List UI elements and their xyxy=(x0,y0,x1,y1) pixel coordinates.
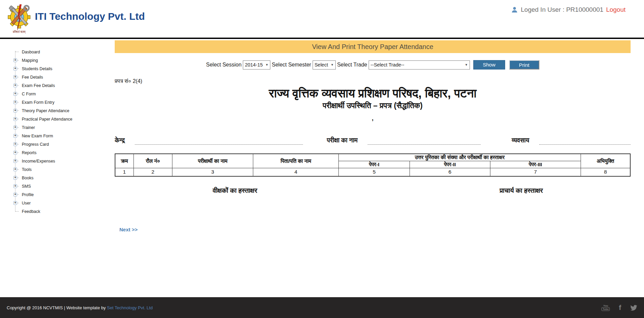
trade-select[interactable]: --Select Trade-- ▼ xyxy=(369,60,470,70)
print-button[interactable]: Print xyxy=(509,60,539,70)
table-cell: 1 xyxy=(115,168,133,176)
sidebar-item-label[interactable]: Mapping xyxy=(22,58,38,63)
expand-plus-icon[interactable]: + xyxy=(13,84,17,87)
sidebar-item-label[interactable]: Income/Expenses xyxy=(22,159,55,164)
table-cell: 8 xyxy=(581,168,630,176)
expand-plus-icon[interactable]: + xyxy=(13,134,17,138)
semester-select[interactable]: Select ▼ xyxy=(313,60,336,70)
table-cell: 3 xyxy=(172,168,253,176)
signatures-row: वीक्षकों का हस्ताक्षर प्राचार्य का हस्ता… xyxy=(115,187,631,194)
session-select[interactable]: 2014-15 ▼ xyxy=(243,60,270,70)
sidebar-item-user[interactable]: +User xyxy=(13,199,115,207)
sidebar-item-label[interactable]: Reports xyxy=(22,150,37,155)
expand-plus-icon[interactable]: + xyxy=(13,58,17,62)
col-header-paper2: पेपर-II xyxy=(410,161,490,168)
form-comma: , xyxy=(115,115,631,122)
sidebar-item-fee-details[interactable]: +Fee Details xyxy=(13,73,115,81)
sidebar-item-new-exam-form[interactable]: +New Exam Form xyxy=(13,132,115,140)
chevron-down-icon: ▼ xyxy=(465,63,468,66)
sidebar-item-income-expenses[interactable]: +Income/Expenses xyxy=(13,157,115,165)
show-button[interactable]: Show xyxy=(473,60,505,70)
user-icon xyxy=(511,6,518,13)
filters-bar: Select Session 2014-15 ▼ Select Semester… xyxy=(115,60,631,70)
sidebar-item-label[interactable]: Trainer xyxy=(22,125,35,130)
sidebar-item-label[interactable]: Progress Card xyxy=(22,142,49,147)
sidebar-item-label[interactable]: Books xyxy=(22,176,34,180)
brand-title: ITI Technology Pvt. Ltd xyxy=(35,11,145,22)
sidebar-item-exam-form-entry[interactable]: +Exam Form Entry xyxy=(13,98,115,106)
sidebar-item-c-form[interactable]: +C Form xyxy=(13,90,115,98)
col-header-roll: रौल नं० xyxy=(133,154,172,168)
sidebar-item-profile[interactable]: +Profile xyxy=(13,190,115,199)
trade-field-label: व्यवसाय xyxy=(512,137,529,145)
sidebar-item-label[interactable]: Practical Paper Attendance xyxy=(22,117,72,122)
sidebar-item-label[interactable]: C Form xyxy=(22,92,36,96)
semester-select-value: Select xyxy=(315,62,328,67)
sidebar-item-label[interactable]: Profile xyxy=(22,192,34,197)
logout-link[interactable]: Logout xyxy=(606,6,626,13)
table-cell: 6 xyxy=(410,168,490,176)
copyright-text: Copyright @ 2016 NCVTMIS | Website templ… xyxy=(7,305,601,310)
sidebar-item-label[interactable]: Students Details xyxy=(22,66,52,71)
expand-plus-icon[interactable]: + xyxy=(13,100,17,104)
sidebar-item-label[interactable]: Feedback xyxy=(22,209,40,214)
sidebar-item-label[interactable]: User xyxy=(22,201,31,206)
sidebar-item-mapping[interactable]: +Mapping xyxy=(13,56,115,64)
semester-label: Select Semester xyxy=(272,62,311,68)
col-header-remark: अभियुक्ति xyxy=(581,154,630,168)
sidebar-item-dasboard[interactable]: Dasboard xyxy=(13,48,115,56)
youtube-icon[interactable]: YouTube xyxy=(601,305,610,311)
expand-plus-icon[interactable]: + xyxy=(13,67,17,71)
page-title-banner: View And Print Theory Paper Attendance xyxy=(115,40,631,53)
trade-blank-line xyxy=(539,138,631,145)
table-cell: 4 xyxy=(253,168,339,176)
footer: Copyright @ 2016 NCVTMIS | Website templ… xyxy=(0,297,644,318)
expand-plus-icon[interactable]: + xyxy=(13,193,17,196)
sidebar-item-progress-card[interactable]: +Progress Card xyxy=(13,140,115,148)
trade-select-value: --Select Trade-- xyxy=(371,62,405,67)
sidebar-item-books[interactable]: +Books xyxy=(13,174,115,182)
expand-plus-icon[interactable]: + xyxy=(13,168,17,171)
next-link[interactable]: Next >> xyxy=(119,227,138,232)
user-area: Loged In User : PR10000001 Logout xyxy=(511,6,626,13)
sidebar-item-practical-paper-attendance[interactable]: +Practical Paper Attendance xyxy=(13,115,115,123)
sidebar-item-feedback[interactable]: Feedback xyxy=(13,207,115,216)
sidebar-item-label[interactable]: Fee Details xyxy=(22,75,43,80)
sidebar-item-sms[interactable]: +SMS xyxy=(13,182,115,190)
sidebar-item-label[interactable]: Dasboard xyxy=(22,50,40,54)
sidebar-item-trainer[interactable]: +Trainer xyxy=(13,123,115,132)
col-header-candidate: परीक्षार्थी का नाम xyxy=(172,154,253,168)
sidebar: Dasboard+Mapping+Students Details+Fee De… xyxy=(0,39,115,297)
expand-plus-icon[interactable]: + xyxy=(13,109,17,112)
expand-plus-icon[interactable]: + xyxy=(13,176,17,180)
expand-plus-icon[interactable]: + xyxy=(13,75,17,79)
expand-plus-icon[interactable]: + xyxy=(13,117,17,121)
main-content: View And Print Theory Paper Attendance S… xyxy=(115,39,644,297)
expand-plus-icon[interactable]: + xyxy=(13,201,17,205)
sidebar-item-label[interactable]: Theory Paper Attendance xyxy=(22,108,69,113)
sidebar-item-reports[interactable]: +Reports xyxy=(13,148,115,157)
sidebar-item-label[interactable]: New Exam Form xyxy=(22,134,53,138)
expand-plus-icon[interactable]: + xyxy=(13,159,17,163)
expand-plus-icon[interactable]: + xyxy=(13,184,17,188)
expand-plus-icon[interactable]: + xyxy=(13,142,17,146)
sidebar-item-label[interactable]: SMS xyxy=(22,184,31,189)
facebook-icon[interactable]: f xyxy=(619,304,621,311)
col-header-paper1: पेपर-I xyxy=(339,161,410,168)
expand-plus-icon[interactable]: + xyxy=(13,92,17,96)
expand-plus-icon[interactable]: + xyxy=(13,151,17,154)
sidebar-item-theory-paper-attendance[interactable]: +Theory Paper Attendance xyxy=(13,106,115,115)
page: कौशलं बलम् ITI Technology Pvt. Ltd Loged… xyxy=(0,0,644,318)
sidebar-item-exam-fee-details[interactable]: +Exam Fee Details xyxy=(13,81,115,90)
trade-label: Select Trade xyxy=(337,62,367,68)
expand-plus-icon[interactable]: + xyxy=(13,126,17,129)
sidebar-item-students-details[interactable]: +Students Details xyxy=(13,64,115,73)
template-credit-link[interactable]: Set Technology Pvt. Ltd xyxy=(107,305,153,310)
twitter-icon[interactable] xyxy=(630,305,637,311)
chevron-down-icon: ▼ xyxy=(331,63,334,66)
sidebar-item-label[interactable]: Exam Fee Details xyxy=(22,83,55,88)
sidebar-item-label[interactable]: Exam Form Entry xyxy=(22,100,54,105)
sidebar-item-label[interactable]: Tools xyxy=(22,167,32,172)
sidebar-item-tools[interactable]: +Tools xyxy=(13,165,115,174)
header: कौशलं बलम् ITI Technology Pvt. Ltd Loged… xyxy=(0,0,644,38)
